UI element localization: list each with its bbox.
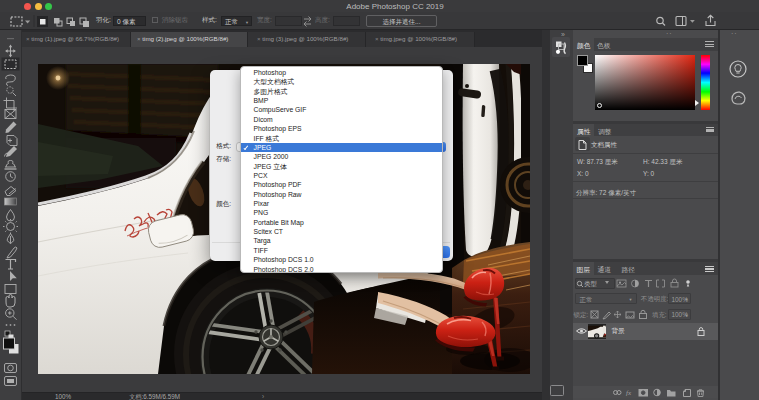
svg-text:fx: fx [626,389,632,397]
